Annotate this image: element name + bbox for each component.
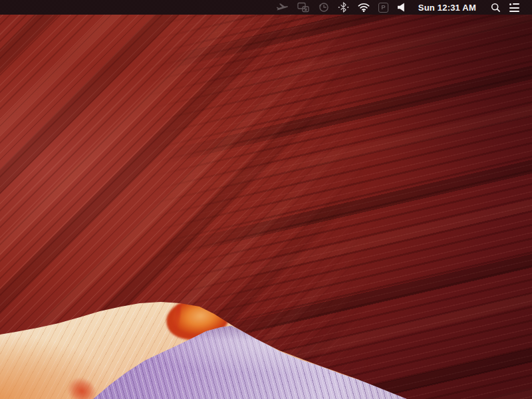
- menu-bar-clock[interactable]: Sun 12:31 AM: [418, 0, 476, 15]
- desktop-wallpaper: [0, 0, 532, 399]
- screen-mirroring-icon[interactable]: [297, 0, 309, 15]
- notification-center-icon[interactable]: [509, 0, 519, 15]
- desktop: P Sun 12:31 AM: [0, 0, 532, 399]
- spotlight-icon[interactable]: [491, 0, 501, 15]
- volume-icon[interactable]: [397, 0, 405, 15]
- time-machine-icon[interactable]: [318, 0, 329, 15]
- parallels-icon[interactable]: P: [378, 0, 388, 15]
- menu-bar: P Sun 12:31 AM: [0, 0, 532, 15]
- parallels-label: P: [381, 4, 385, 11]
- bluetooth-icon[interactable]: [338, 0, 349, 15]
- wifi-icon[interactable]: [358, 0, 370, 15]
- airplane-icon[interactable]: [276, 0, 289, 15]
